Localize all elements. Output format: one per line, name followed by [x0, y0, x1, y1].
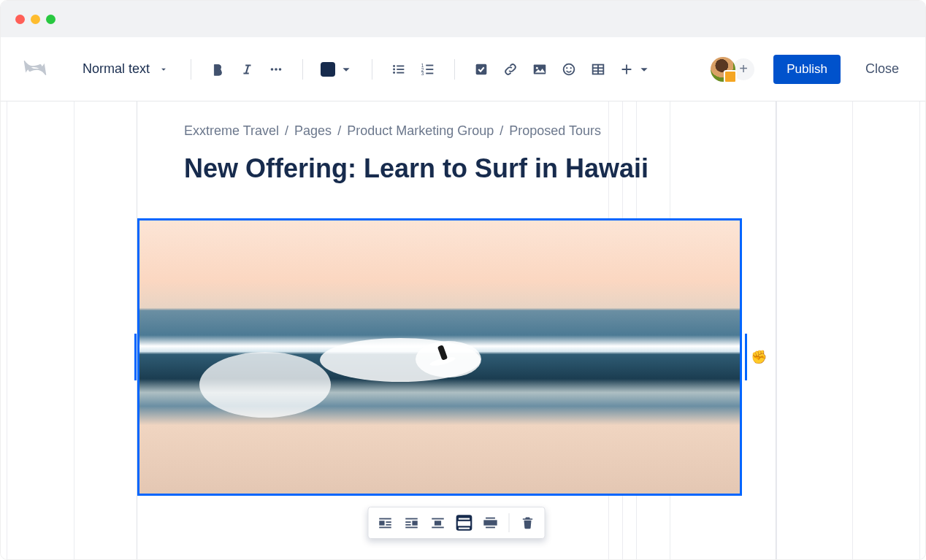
layout-full-width-button[interactable]: [478, 510, 503, 535]
window-titlebar: [1, 1, 925, 37]
layout-wrap-button[interactable]: [426, 510, 451, 535]
breadcrumb-item[interactable]: Proposed Tours: [509, 123, 601, 138]
svg-rect-6: [397, 69, 404, 70]
image-block[interactable]: ✊: [74, 218, 840, 496]
svg-rect-44: [486, 527, 495, 529]
layout-wide-button[interactable]: [452, 510, 477, 535]
bold-button[interactable]: [206, 58, 229, 81]
svg-point-7: [393, 72, 395, 74]
svg-rect-30: [405, 518, 418, 520]
close-button[interactable]: Close: [861, 55, 903, 83]
image-content: [139, 220, 740, 494]
editor-surface: Exxtreme Travel / Pages / Product Market…: [1, 101, 925, 560]
page-content-column: Exxtreme Travel / Pages / Product Market…: [137, 101, 776, 560]
svg-point-5: [393, 68, 395, 70]
svg-rect-15: [476, 64, 487, 74]
svg-rect-35: [432, 518, 444, 520]
text-style-dropdown[interactable]: Normal text: [75, 57, 176, 81]
task-icon: [473, 61, 489, 77]
svg-point-19: [566, 67, 567, 69]
emoji-button[interactable]: [557, 58, 581, 81]
more-formatting-button[interactable]: [264, 58, 288, 81]
svg-rect-33: [405, 524, 410, 526]
svg-point-1: [275, 68, 278, 71]
svg-rect-28: [386, 524, 391, 526]
resize-handle-left[interactable]: [134, 334, 137, 380]
table-button[interactable]: [586, 58, 610, 81]
text-style-label: Normal text: [83, 61, 150, 77]
svg-rect-34: [405, 527, 418, 529]
svg-point-20: [570, 67, 572, 69]
svg-rect-42: [483, 520, 497, 525]
editor-toolbar: Normal text 123: [1, 37, 925, 101]
svg-point-0: [271, 68, 274, 71]
plus-icon: [619, 61, 635, 77]
svg-point-3: [393, 64, 395, 66]
window-zoom-dot[interactable]: [46, 15, 56, 24]
image-layout-toolbar: [368, 507, 546, 539]
bold-icon: [210, 61, 226, 77]
svg-rect-37: [432, 527, 444, 529]
svg-rect-8: [397, 72, 404, 73]
svg-rect-29: [379, 527, 391, 529]
selected-image[interactable]: [137, 218, 742, 496]
svg-rect-40: [458, 521, 470, 526]
breadcrumb-item[interactable]: Product Marketing Group: [347, 123, 494, 138]
emoji-icon: [561, 61, 577, 77]
breadcrumb-item[interactable]: Pages: [294, 123, 332, 138]
svg-rect-32: [405, 521, 410, 523]
svg-rect-41: [459, 528, 470, 529]
window-close-dot[interactable]: [15, 15, 25, 24]
trash-icon: [521, 515, 535, 530]
svg-rect-27: [386, 521, 391, 523]
chevron-down-icon: [338, 61, 354, 77]
insert-more-button[interactable]: [616, 58, 655, 81]
svg-rect-39: [459, 518, 470, 520]
layout-align-right-button[interactable]: [399, 510, 424, 535]
breadcrumb-item[interactable]: Exxtreme Travel: [184, 123, 279, 138]
numbered-list-button[interactable]: 123: [416, 58, 440, 81]
color-swatch-icon: [321, 62, 335, 77]
svg-point-17: [536, 66, 538, 69]
collaborators: +: [711, 57, 756, 82]
link-icon: [502, 61, 519, 77]
delete-image-button[interactable]: [516, 510, 540, 535]
breadcrumb: Exxtreme Travel / Pages / Product Market…: [184, 123, 729, 139]
svg-point-18: [564, 64, 575, 74]
svg-rect-12: [426, 69, 433, 70]
layout-align-left-button[interactable]: [373, 510, 398, 535]
italic-icon: [239, 61, 255, 77]
svg-rect-31: [412, 521, 417, 525]
chevron-down-icon: [158, 64, 169, 74]
publish-button[interactable]: Publish: [773, 55, 841, 84]
svg-text:3: 3: [421, 71, 424, 76]
image-icon: [532, 61, 548, 77]
confluence-logo-icon: [23, 55, 47, 83]
link-button[interactable]: [499, 58, 522, 81]
more-icon: [268, 61, 284, 77]
image-button[interactable]: [528, 58, 551, 81]
task-list-button[interactable]: [470, 58, 493, 81]
numbered-list-icon: 123: [420, 61, 436, 77]
bullet-list-button[interactable]: [387, 58, 410, 81]
svg-rect-36: [435, 521, 441, 525]
italic-button[interactable]: [235, 58, 259, 81]
svg-rect-43: [486, 518, 495, 519]
text-color-button[interactable]: [318, 58, 357, 81]
avatar[interactable]: [711, 57, 735, 82]
svg-rect-26: [379, 521, 384, 525]
chevron-down-icon: [636, 61, 652, 77]
svg-rect-4: [397, 65, 404, 66]
grab-cursor-icon: ✊: [751, 349, 767, 365]
svg-rect-14: [426, 72, 433, 74]
window-minimize-dot[interactable]: [31, 15, 40, 24]
svg-point-2: [279, 68, 282, 71]
svg-rect-10: [426, 64, 433, 66]
table-icon: [590, 61, 606, 77]
page-title[interactable]: New Offering: Learn to Surf in Hawaii: [184, 152, 729, 185]
resize-handle-right[interactable]: [745, 334, 747, 380]
svg-rect-25: [379, 518, 391, 520]
bullet-list-icon: [391, 61, 407, 77]
